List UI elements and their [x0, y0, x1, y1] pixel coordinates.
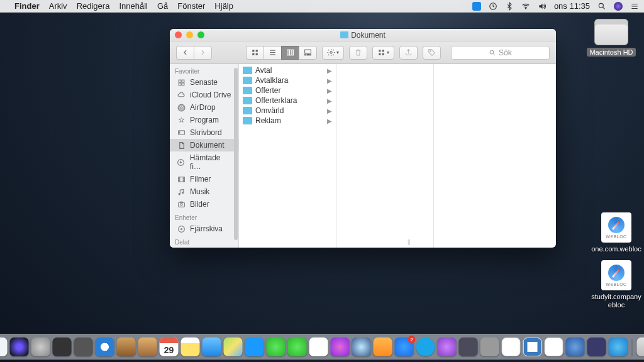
dock-safari[interactable]	[96, 337, 114, 356]
spotlight-icon[interactable]	[597, 2, 606, 11]
sidebar-scrollbar[interactable]	[234, 68, 238, 240]
desktop-icon-hd[interactable]: Macintosh HD	[586, 19, 636, 57]
menu-arkiv[interactable]: Arkiv	[49, 1, 67, 11]
svg-point-2	[599, 3, 603, 8]
dock-dashboard[interactable]	[74, 337, 93, 356]
app-menu[interactable]: Finder	[14, 1, 40, 11]
delete-button[interactable]	[349, 46, 367, 60]
svg-rect-18	[382, 53, 384, 55]
title-bar[interactable]: Dokument	[170, 29, 556, 41]
menu-bar: Finder Arkiv Redigera Innehåll Gå Fönste…	[0, 0, 644, 13]
dock-document[interactable]	[545, 337, 564, 356]
menu-fonster[interactable]: Fönster	[177, 1, 205, 11]
dock-calendar[interactable]	[160, 337, 179, 356]
sidebar-item-downloads[interactable]: Hämtade fi…	[170, 151, 238, 173]
view-gallery-button[interactable]	[299, 46, 317, 60]
share-button[interactable]	[399, 46, 418, 60]
sidebar-item-movies[interactable]: Filmer	[170, 173, 238, 185]
dock-divider	[632, 339, 633, 356]
dock-itunes[interactable]	[331, 337, 350, 356]
folder-row[interactable]: Reklam▶	[239, 116, 336, 126]
forward-button[interactable]	[194, 46, 212, 60]
dock-trash[interactable]	[637, 337, 645, 356]
window-minimize-button[interactable]	[186, 31, 193, 38]
view-columns-button[interactable]	[281, 46, 299, 60]
sidebar-item-recents[interactable]: Senaste	[170, 76, 238, 89]
group-button[interactable]: ▾	[372, 46, 394, 60]
desktop-icon-webloc2[interactable]: WEBLOC studyit.company ebloc	[589, 260, 644, 309]
folder-row[interactable]: Avtalklara▶	[239, 75, 336, 85]
arrange-button[interactable]: ▾	[322, 46, 344, 60]
dock-thunderbird[interactable]	[566, 337, 585, 356]
sidebar-item-icloud[interactable]: iCloud Drive	[170, 89, 238, 101]
dock-skype[interactable]	[416, 337, 435, 356]
sidebar-item-documents[interactable]: Dokument	[170, 139, 238, 151]
dock-photos[interactable]	[309, 337, 328, 356]
sidebar-item-shared[interactable]: hq	[170, 247, 238, 248]
folder-row[interactable]: Omvärld▶	[239, 106, 336, 116]
sidebar-item-desktop[interactable]: Skrivbord	[170, 126, 238, 139]
quicktime-menu-icon[interactable]	[472, 2, 481, 11]
dock-messages[interactable]	[267, 337, 286, 356]
dock-mission-control[interactable]	[53, 337, 72, 356]
dock-textedit[interactable]	[502, 337, 521, 356]
dock-teamviewer[interactable]	[609, 337, 628, 356]
dock-siri[interactable]	[10, 337, 29, 356]
dock-share[interactable]	[459, 337, 478, 356]
search-placeholder: Sök	[499, 48, 512, 57]
dock-mail[interactable]	[203, 337, 221, 356]
dock-messages-blue[interactable]	[245, 337, 264, 356]
svg-rect-10	[304, 50, 311, 53]
siri-menu-icon[interactable]	[614, 2, 623, 11]
sidebar-item-remote-disc[interactable]: Fjärrskiva	[170, 222, 238, 235]
notification-center-icon[interactable]	[630, 2, 639, 11]
dock-appstore[interactable]: 2	[395, 337, 414, 356]
window-close-button[interactable]	[175, 31, 182, 38]
sidebar-item-music[interactable]: Musik	[170, 185, 238, 198]
sidebar-item-pictures[interactable]: Bilder	[170, 198, 238, 211]
folder-row[interactable]: Offerter▶	[239, 85, 336, 96]
dock-pages[interactable]	[523, 337, 542, 356]
dock-contacts[interactable]	[117, 337, 136, 356]
dock-ibooks[interactable]	[374, 337, 392, 356]
dock-facetime[interactable]	[288, 337, 307, 356]
menu-ga[interactable]: Gå	[157, 1, 168, 11]
dock-launchpad[interactable]	[31, 337, 50, 356]
sidebar-section-devices: Enheter	[170, 211, 238, 222]
back-button[interactable]	[176, 46, 194, 60]
clock[interactable]: ons 11:35	[554, 1, 590, 11]
volume-icon[interactable]	[538, 2, 547, 11]
column-3	[434, 64, 556, 248]
menu-redigera[interactable]: Redigera	[77, 1, 110, 11]
dock-app[interactable]	[587, 337, 606, 356]
view-buttons	[246, 46, 317, 60]
search-field[interactable]: Sök	[451, 46, 550, 60]
dock-maps[interactable]	[224, 337, 243, 356]
dock-quicktime[interactable]	[352, 337, 371, 356]
dock-notes[interactable]	[181, 337, 200, 356]
dock-imovie[interactable]	[438, 337, 457, 356]
timemachine-icon[interactable]	[489, 2, 497, 11]
view-list-button[interactable]	[264, 46, 281, 60]
menu-hjalp[interactable]: Hjälp	[214, 1, 233, 11]
chevron-right-icon: ▶	[327, 97, 332, 104]
wifi-icon[interactable]	[521, 2, 530, 11]
window-zoom-button[interactable]	[197, 31, 204, 38]
dock-reminders[interactable]	[138, 337, 157, 356]
folder-row[interactable]: Avtal▶	[239, 65, 336, 75]
view-icons-button[interactable]	[246, 46, 264, 60]
applications-icon	[176, 116, 186, 124]
sidebar-item-airdrop[interactable]: AirDrop	[170, 101, 238, 114]
dock-finder[interactable]	[0, 337, 8, 356]
bluetooth-icon[interactable]	[505, 2, 514, 11]
dock-system-preferences[interactable]	[480, 337, 499, 356]
webloc-icon: WEBLOC	[601, 212, 631, 243]
sidebar-item-applications[interactable]: Program	[170, 114, 238, 126]
chevron-right-icon: ▶	[327, 107, 332, 114]
folder-row[interactable]: Offerterklara▶	[239, 96, 336, 106]
tags-button[interactable]	[423, 46, 441, 60]
column-resize-handle[interactable]: ||	[408, 239, 411, 245]
menu-innehall[interactable]: Innehåll	[119, 1, 148, 11]
svg-point-14	[330, 52, 332, 53]
desktop-icon-webloc1[interactable]: WEBLOC one.com.webloc	[589, 212, 644, 253]
